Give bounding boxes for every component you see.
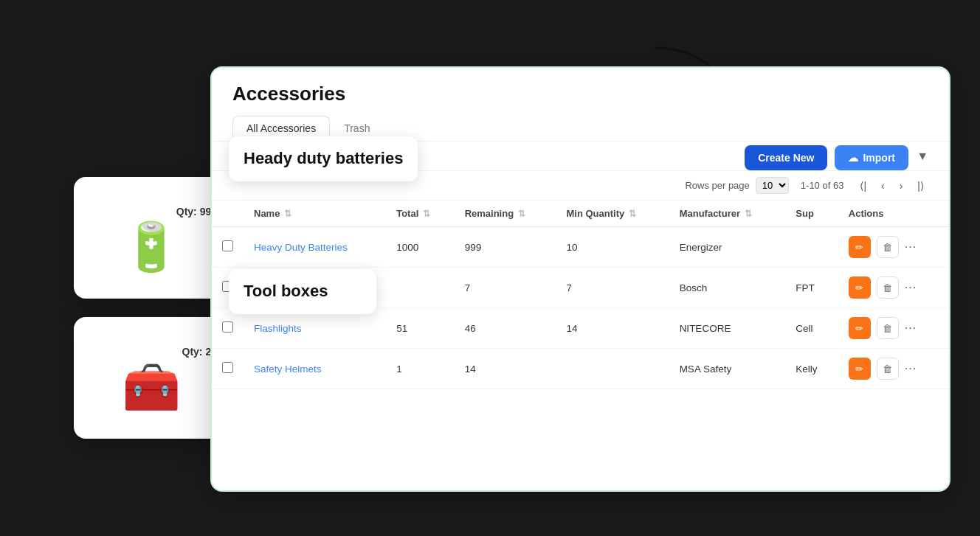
row-checkbox-cell[interactable] [212,227,244,268]
manufacturer-sort-icon[interactable]: ⇅ [745,209,752,219]
row-sup-cell: FPT [785,268,838,308]
row-total-cell: 1 [386,349,454,389]
header-buttons: Create New ☁ Import [745,145,908,170]
row-actions-cell: ✏ 🗑 ··· [838,349,949,389]
row-manufacturer-cell: Bosch [669,268,786,308]
min-qty-sort-icon[interactable]: ⇅ [629,209,636,219]
more-button[interactable]: ··· [905,321,917,335]
table-header-row: Name ⇅ Total ⇅ Remaining [212,201,949,227]
table-row: Heavy Duty Batteries 1000 999 10 Energiz… [212,227,949,268]
float-card-batteries: Qty: 999 🔋 [74,177,229,299]
panel-header: Accessories All Accessories Trash [212,68,949,142]
row-total-cell: 51 [386,308,454,349]
row-sup-cell: Kelly [785,349,838,389]
col-checkbox [212,201,244,227]
filter-icon[interactable]: ▼ [917,150,928,163]
pagination-next-button[interactable]: › [895,178,908,193]
row-manufacturer-cell: NITECORE [669,308,786,349]
row-remaining-cell: 46 [455,308,556,349]
row-manufacturer-cell: Energizer [669,227,786,268]
row-remaining-cell: 14 [455,349,556,389]
col-total: Total ⇅ [386,201,454,227]
rows-per-page-select[interactable]: 10 25 50 [756,177,789,194]
import-button[interactable]: ☁ Import [835,145,908,170]
edit-button[interactable]: ✏ [849,358,871,380]
col-name: Name ⇅ [244,201,386,227]
pagination-last-button[interactable]: |⟩ [913,178,928,193]
scene: Qty: 999 🔋 Qty: 23 🧰 Heady duty batterie… [0,0,980,536]
row-sup-cell [785,227,838,268]
row-checkbox[interactable] [222,321,233,333]
more-button[interactable]: ··· [905,281,917,294]
row-name-cell: Safety Helmets [244,349,386,389]
pagination-first-button[interactable]: ⟨| [855,178,871,193]
name-sort-icon[interactable]: ⇅ [284,209,291,219]
delete-button[interactable]: 🗑 [877,358,899,380]
row-total-cell: 1000 [386,227,454,268]
row-min-qty-cell: 10 [556,227,669,268]
row-actions-cell: ✏ 🗑 ··· [838,227,949,268]
page-title: Accessories [232,83,345,105]
cloud-upload-icon: ☁ [848,152,858,164]
delete-button[interactable]: 🗑 [877,317,899,339]
more-button[interactable]: ··· [905,362,917,375]
row-checkbox[interactable] [222,240,233,251]
row-manufacturer-cell: MSA Safety [669,349,786,389]
table-row: Flashlights 51 46 14 NITECORE Cell ✏ 🗑 ·… [212,308,949,349]
panel-top-row: Accessories [232,83,928,116]
tooltip-toolboxes-text: Tool boxes [244,281,362,302]
row-checkbox-cell[interactable] [212,308,244,349]
row-name-link[interactable]: Flashlights [254,323,302,334]
rows-per-page-select-container[interactable]: 10 25 50 [756,177,789,194]
row-min-qty-cell: 14 [556,308,669,349]
edit-button[interactable]: ✏ [849,236,871,258]
table-row: Safety Helmets 1 14 MSA Safety Kelly ✏ 🗑… [212,349,949,389]
row-name-link[interactable]: Safety Helmets [254,363,322,375]
remaining-sort-icon[interactable]: ⇅ [518,209,525,219]
row-remaining-cell: 7 [455,268,556,308]
edit-button[interactable]: ✏ [849,276,871,299]
row-actions-cell: ✏ 🗑 ··· [838,268,949,308]
row-actions-cell: ✏ 🗑 ··· [838,308,949,349]
row-checkbox-cell[interactable] [212,349,244,389]
rows-per-page-label: Rows per page [685,180,749,191]
row-name-link[interactable]: Heavy Duty Batteries [254,242,348,253]
pagination-range: 1-10 of 63 [801,180,844,191]
pagination-prev-button[interactable]: ‹ [877,178,889,193]
create-new-button[interactable]: Create New [745,145,827,170]
total-sort-icon[interactable]: ⇅ [423,209,430,219]
delete-button[interactable]: 🗑 [877,236,899,258]
tooltip-batteries-text: Heady duty batteries [244,148,403,170]
col-manufacturer: Manufacturer ⇅ [669,201,786,227]
row-checkbox[interactable] [222,362,233,373]
table-container: Name ⇅ Total ⇅ Remaining [212,201,949,490]
toolbox-image-icon: 🧰 [122,363,181,411]
row-min-qty-cell [556,349,669,389]
col-min-qty: Min Quantity ⇅ [556,201,669,227]
tooltip-batteries: Heady duty batteries [229,136,418,181]
row-total-cell [386,268,454,308]
col-actions: Actions [838,201,949,227]
row-min-qty-cell: 7 [556,268,669,308]
delete-button[interactable]: 🗑 [877,276,899,299]
col-sup: Sup [785,201,838,227]
batteries-image-icon: 🔋 [122,223,181,271]
edit-button[interactable]: ✏ [849,317,871,339]
col-remaining: Remaining ⇅ [455,201,556,227]
more-button[interactable]: ··· [905,240,917,254]
row-remaining-cell: 999 [455,227,556,268]
row-name-cell: Flashlights [244,308,386,349]
tooltip-toolboxes: Tool boxes [229,269,376,314]
row-sup-cell: Cell [785,308,838,349]
float-card-toolbox: Qty: 23 🧰 [74,317,229,439]
row-name-cell: Heavy Duty Batteries [244,227,386,268]
